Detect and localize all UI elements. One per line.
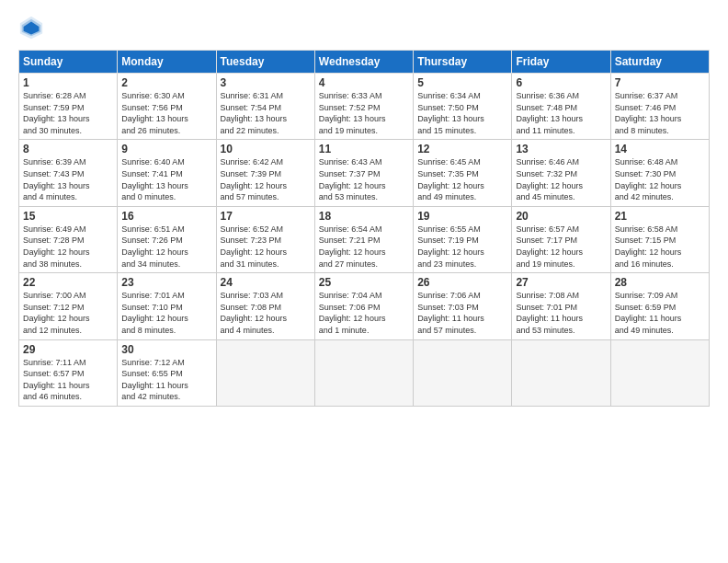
day-cell: 10Sunrise: 6:42 AM Sunset: 7:39 PM Dayli… [216,140,314,206]
day-info: Sunrise: 7:09 AM Sunset: 6:59 PM Dayligh… [615,290,705,336]
day-info: Sunrise: 6:54 AM Sunset: 7:21 PM Dayligh… [319,224,409,270]
day-cell: 29Sunrise: 7:11 AM Sunset: 6:57 PM Dayli… [19,339,118,406]
week-row-1: 1Sunrise: 6:28 AM Sunset: 7:59 PM Daylig… [19,74,710,140]
day-info: Sunrise: 6:51 AM Sunset: 7:26 PM Dayligh… [121,224,211,270]
day-number: 22 [23,276,113,289]
week-row-4: 22Sunrise: 7:00 AM Sunset: 7:12 PM Dayli… [19,273,710,339]
day-info: Sunrise: 6:28 AM Sunset: 7:59 PM Dayligh… [23,90,113,136]
calendar-table: SundayMondayTuesdayWednesdayThursdayFrid… [18,50,710,407]
header-thursday: Thursday [414,51,512,74]
day-number: 25 [319,276,409,289]
logo [18,15,48,40]
day-info: Sunrise: 7:01 AM Sunset: 7:10 PM Dayligh… [121,290,211,336]
day-cell: 12Sunrise: 6:45 AM Sunset: 7:35 PM Dayli… [414,140,512,206]
day-cell: 16Sunrise: 6:51 AM Sunset: 7:26 PM Dayli… [118,206,216,272]
day-info: Sunrise: 6:34 AM Sunset: 7:50 PM Dayligh… [417,90,507,136]
day-cell [512,339,610,406]
day-number: 23 [121,276,211,289]
header-row: SundayMondayTuesdayWednesdayThursdayFrid… [19,51,710,74]
week-row-2: 8Sunrise: 6:39 AM Sunset: 7:43 PM Daylig… [19,140,710,206]
page: SundayMondayTuesdayWednesdayThursdayFrid… [0,0,728,416]
day-cell: 18Sunrise: 6:54 AM Sunset: 7:21 PM Dayli… [314,206,413,272]
day-number: 8 [23,143,113,155]
day-number: 19 [417,210,507,223]
day-info: Sunrise: 6:33 AM Sunset: 7:52 PM Dayligh… [319,90,409,136]
header-friday: Friday [512,51,610,74]
day-cell: 2Sunrise: 6:30 AM Sunset: 7:56 PM Daylig… [118,74,216,140]
day-number: 21 [615,210,705,223]
day-number: 14 [615,143,705,155]
day-cell: 5Sunrise: 6:34 AM Sunset: 7:50 PM Daylig… [414,74,512,140]
day-cell: 27Sunrise: 7:08 AM Sunset: 7:01 PM Dayli… [512,273,610,339]
day-cell: 22Sunrise: 7:00 AM Sunset: 7:12 PM Dayli… [19,273,118,339]
day-number: 16 [121,210,211,223]
day-cell: 1Sunrise: 6:28 AM Sunset: 7:59 PM Daylig… [19,74,118,140]
week-row-3: 15Sunrise: 6:49 AM Sunset: 7:28 PM Dayli… [19,206,710,272]
day-number: 2 [121,76,211,89]
day-number: 24 [221,276,311,289]
day-cell: 9Sunrise: 6:40 AM Sunset: 7:41 PM Daylig… [118,140,216,206]
day-cell: 24Sunrise: 7:03 AM Sunset: 7:08 PM Dayli… [216,273,314,339]
day-cell: 20Sunrise: 6:57 AM Sunset: 7:17 PM Dayli… [512,206,610,272]
week-row-5: 29Sunrise: 7:11 AM Sunset: 6:57 PM Dayli… [19,339,710,406]
day-number: 20 [516,210,606,223]
day-number: 3 [221,76,311,89]
day-number: 26 [417,276,507,289]
day-info: Sunrise: 7:06 AM Sunset: 7:03 PM Dayligh… [417,290,507,336]
day-number: 5 [417,76,507,89]
day-cell: 21Sunrise: 6:58 AM Sunset: 7:15 PM Dayli… [610,206,709,272]
day-cell: 3Sunrise: 6:31 AM Sunset: 7:54 PM Daylig… [216,74,314,140]
day-cell: 28Sunrise: 7:09 AM Sunset: 6:59 PM Dayli… [610,273,709,339]
day-number: 10 [221,143,311,155]
day-info: Sunrise: 6:48 AM Sunset: 7:30 PM Dayligh… [615,156,705,202]
day-info: Sunrise: 6:39 AM Sunset: 7:43 PM Dayligh… [23,156,113,202]
day-number: 4 [319,76,409,89]
day-number: 17 [221,210,311,223]
day-cell: 26Sunrise: 7:06 AM Sunset: 7:03 PM Dayli… [414,273,512,339]
day-info: Sunrise: 6:52 AM Sunset: 7:23 PM Dayligh… [221,224,311,270]
header-sunday: Sunday [19,51,118,74]
day-number: 7 [615,76,705,89]
day-info: Sunrise: 6:37 AM Sunset: 7:46 PM Dayligh… [615,90,705,136]
day-number: 18 [319,210,409,223]
day-cell: 4Sunrise: 6:33 AM Sunset: 7:52 PM Daylig… [314,74,413,140]
day-cell: 14Sunrise: 6:48 AM Sunset: 7:30 PM Dayli… [610,140,709,206]
day-info: Sunrise: 7:08 AM Sunset: 7:01 PM Dayligh… [516,290,606,336]
day-info: Sunrise: 7:03 AM Sunset: 7:08 PM Dayligh… [221,290,311,336]
day-number: 1 [23,76,113,89]
header-saturday: Saturday [610,51,709,74]
day-number: 13 [516,143,606,155]
day-cell: 30Sunrise: 7:12 AM Sunset: 6:55 PM Dayli… [118,339,216,406]
day-info: Sunrise: 7:12 AM Sunset: 6:55 PM Dayligh… [121,357,211,403]
day-number: 29 [23,343,113,356]
day-cell: 11Sunrise: 6:43 AM Sunset: 7:37 PM Dayli… [314,140,413,206]
header-wednesday: Wednesday [314,51,413,74]
day-number: 27 [516,276,606,289]
day-cell [216,339,314,406]
day-cell: 7Sunrise: 6:37 AM Sunset: 7:46 PM Daylig… [610,74,709,140]
day-info: Sunrise: 6:57 AM Sunset: 7:17 PM Dayligh… [516,224,606,270]
day-number: 15 [23,210,113,223]
day-number: 28 [615,276,705,289]
day-info: Sunrise: 6:55 AM Sunset: 7:19 PM Dayligh… [417,224,507,270]
header-tuesday: Tuesday [216,51,314,74]
day-cell: 17Sunrise: 6:52 AM Sunset: 7:23 PM Dayli… [216,206,314,272]
logo-icon [18,15,44,40]
day-number: 11 [319,143,409,155]
day-info: Sunrise: 7:00 AM Sunset: 7:12 PM Dayligh… [23,290,113,336]
header-monday: Monday [118,51,216,74]
day-info: Sunrise: 7:04 AM Sunset: 7:06 PM Dayligh… [319,290,409,336]
day-cell: 13Sunrise: 6:46 AM Sunset: 7:32 PM Dayli… [512,140,610,206]
day-info: Sunrise: 6:36 AM Sunset: 7:48 PM Dayligh… [516,90,606,136]
day-info: Sunrise: 6:30 AM Sunset: 7:56 PM Dayligh… [121,90,211,136]
day-info: Sunrise: 6:43 AM Sunset: 7:37 PM Dayligh… [319,156,409,202]
day-info: Sunrise: 6:31 AM Sunset: 7:54 PM Dayligh… [221,90,311,136]
day-number: 9 [121,143,211,155]
day-info: Sunrise: 6:42 AM Sunset: 7:39 PM Dayligh… [221,156,311,202]
day-info: Sunrise: 6:46 AM Sunset: 7:32 PM Dayligh… [516,156,606,202]
day-cell: 6Sunrise: 6:36 AM Sunset: 7:48 PM Daylig… [512,74,610,140]
day-info: Sunrise: 6:40 AM Sunset: 7:41 PM Dayligh… [121,156,211,202]
header [18,15,710,40]
day-info: Sunrise: 6:45 AM Sunset: 7:35 PM Dayligh… [417,156,507,202]
day-cell: 23Sunrise: 7:01 AM Sunset: 7:10 PM Dayli… [118,273,216,339]
